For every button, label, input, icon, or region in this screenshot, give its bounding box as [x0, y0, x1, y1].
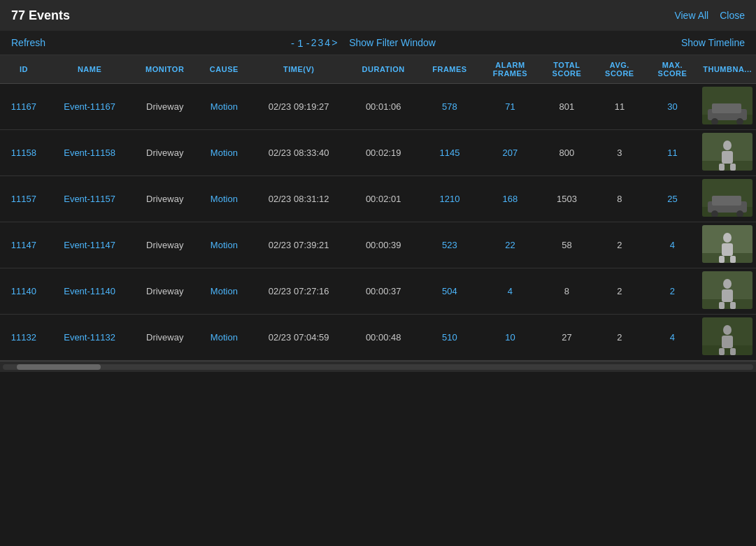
event-id-11140[interactable]: 11140 — [0, 268, 48, 315]
event-name-11157[interactable]: Event-11157 — [48, 176, 132, 222]
event-thumbnail-11167[interactable] — [699, 84, 756, 130]
event-frames-11147: 523 — [420, 222, 480, 268]
event-avg-score-11147: 2 — [593, 222, 646, 268]
event-duration-11158: 00:02:19 — [348, 130, 420, 176]
show-filter-link[interactable]: Show Filter Window — [349, 37, 436, 48]
event-thumbnail-11132[interactable] — [699, 315, 756, 361]
header-actions: View All Close — [674, 10, 745, 21]
table-row: 11157 Event-11157 Driveway Motion 02/23 … — [0, 176, 756, 222]
event-duration-11132: 00:00:48 — [348, 315, 420, 361]
event-alarm-frames-11140: 4 — [480, 268, 540, 315]
svg-rect-29 — [730, 302, 736, 309]
thumbnail-image-11147[interactable] — [702, 225, 753, 263]
col-time: TIME(V) — [250, 55, 348, 84]
event-name-11158[interactable]: Event-11158 — [48, 130, 132, 176]
event-avg-score-11158: 3 — [593, 130, 646, 176]
event-frames-11158: 1145 — [420, 130, 480, 176]
scrollbar-area[interactable] — [0, 361, 756, 372]
header-title: 77 Events — [11, 8, 70, 23]
event-time-11132: 02/23 07:04:59 — [250, 315, 348, 361]
col-total-score: TOTALSCORE — [541, 55, 593, 84]
svg-rect-34 — [719, 348, 725, 355]
col-name: NAME — [48, 55, 132, 84]
col-frames: FRAMES — [420, 55, 480, 84]
event-id-11147[interactable]: 11147 — [0, 222, 48, 268]
thumbnail-image-11157[interactable] — [702, 179, 753, 217]
col-avg-score: AVG.SCORE — [593, 55, 646, 84]
event-cause-11158: Motion — [198, 130, 250, 176]
event-total-score-11167: 801 — [541, 84, 593, 130]
thumbnail-image-11132[interactable] — [702, 317, 753, 355]
svg-rect-9 — [722, 151, 733, 164]
page-4-link[interactable]: 4 — [324, 37, 330, 48]
event-cause-11167: Motion — [198, 84, 250, 130]
header-bar: 77 Events View All Close — [0, 0, 756, 31]
page-2-link[interactable]: 2 — [311, 37, 317, 48]
view-all-link[interactable]: View All — [674, 10, 708, 21]
page-3-link[interactable]: 3 — [318, 37, 324, 48]
svg-rect-27 — [722, 289, 733, 302]
table-row: 11167 Event-11167 Driveway Motion 02/23 … — [0, 84, 756, 130]
event-frames-11167: 578 — [420, 84, 480, 130]
refresh-link[interactable]: Refresh — [11, 37, 45, 48]
event-total-score-11158: 800 — [541, 130, 593, 176]
thumbnail-image-11158[interactable] — [702, 133, 753, 171]
svg-point-20 — [723, 233, 732, 243]
event-id-11167[interactable]: 11167 — [0, 84, 48, 130]
event-id-11158[interactable]: 11158 — [0, 130, 48, 176]
table-row: 11132 Event-11132 Driveway Motion 02/23 … — [0, 315, 756, 361]
col-thumbnail: THUMBNA... — [699, 55, 756, 84]
event-name-11167[interactable]: Event-11167 — [48, 84, 132, 130]
col-id: ID — [0, 55, 48, 84]
svg-rect-28 — [719, 302, 725, 309]
toolbar-right: Show Timeline — [681, 37, 745, 48]
col-max-score: MAX.SCORE — [646, 55, 699, 84]
event-thumbnail-11147[interactable] — [699, 222, 756, 268]
toolbar-left: Refresh — [11, 37, 45, 48]
event-total-score-11140: 8 — [541, 268, 593, 315]
table-header-row: ID NAME MONITOR CAUSE TIME(V) DURATION F… — [0, 55, 756, 84]
event-total-score-11132: 27 — [541, 315, 593, 361]
event-id-11132[interactable]: 11132 — [0, 315, 48, 361]
event-max-score-11140: 2 — [646, 268, 699, 315]
event-alarm-frames-11157: 168 — [480, 176, 540, 222]
event-monitor-11158: Driveway — [131, 130, 198, 176]
event-max-score-11167: 30 — [646, 84, 699, 130]
svg-point-32 — [723, 325, 732, 335]
event-monitor-11147: Driveway — [131, 222, 198, 268]
events-table-container: ID NAME MONITOR CAUSE TIME(V) DURATION F… — [0, 55, 756, 361]
pagination: - 1 - 2 3 4 > — [291, 37, 337, 49]
scrollbar-thumb[interactable] — [17, 364, 101, 370]
event-alarm-frames-11147: 22 — [480, 222, 540, 268]
event-id-11157[interactable]: 11157 — [0, 176, 48, 222]
event-name-11132[interactable]: Event-11132 — [48, 315, 132, 361]
thumbnail-image-11140[interactable] — [702, 271, 753, 309]
event-monitor-11157: Driveway — [131, 176, 198, 222]
page-next-link[interactable]: > — [331, 37, 337, 48]
svg-rect-21 — [722, 243, 733, 256]
event-thumbnail-11140[interactable] — [699, 268, 756, 315]
event-alarm-frames-11167: 71 — [480, 84, 540, 130]
event-max-score-11158: 11 — [646, 130, 699, 176]
close-link[interactable]: Close — [720, 10, 745, 21]
table-row: 11140 Event-11140 Driveway Motion 02/23 … — [0, 268, 756, 315]
event-cause-11157: Motion — [198, 176, 250, 222]
events-table: ID NAME MONITOR CAUSE TIME(V) DURATION F… — [0, 55, 756, 361]
event-avg-score-11132: 2 — [593, 315, 646, 361]
event-name-11147[interactable]: Event-11147 — [48, 222, 132, 268]
event-thumbnail-11157[interactable] — [699, 176, 756, 222]
thumbnail-image-11167[interactable] — [702, 87, 753, 124]
event-time-11158: 02/23 08:33:40 — [250, 130, 348, 176]
table-row: 11158 Event-11158 Driveway Motion 02/23 … — [0, 130, 756, 176]
event-alarm-frames-11158: 207 — [480, 130, 540, 176]
show-timeline-link[interactable]: Show Timeline — [681, 37, 745, 48]
event-frames-11132: 510 — [420, 315, 480, 361]
svg-rect-3 — [712, 103, 741, 113]
svg-rect-15 — [712, 196, 741, 206]
event-monitor-11132: Driveway — [131, 315, 198, 361]
event-thumbnail-11158[interactable] — [699, 130, 756, 176]
event-total-score-11157: 1503 — [541, 176, 593, 222]
event-name-11140[interactable]: Event-11140 — [48, 268, 132, 315]
scrollbar-track[interactable] — [3, 364, 753, 370]
event-monitor-11167: Driveway — [131, 84, 198, 130]
